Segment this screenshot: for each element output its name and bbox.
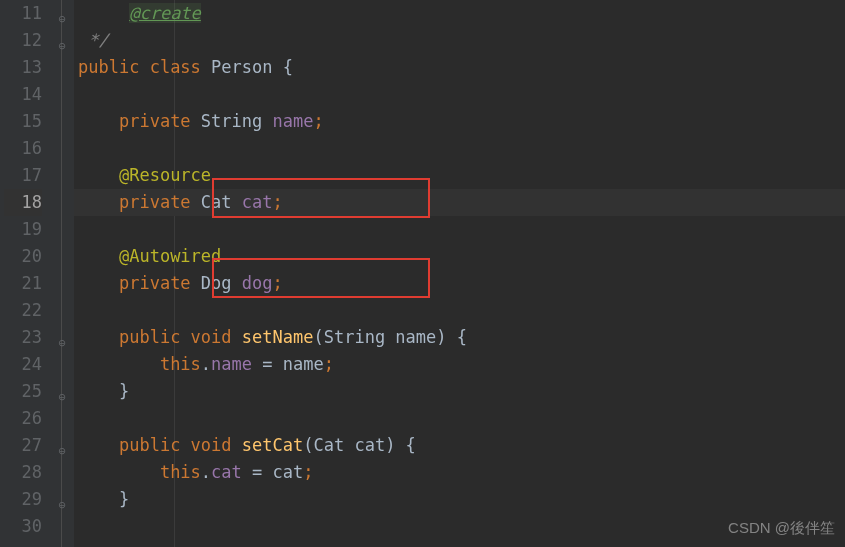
line-number: 24 [4,351,42,378]
line-number: 30 [4,513,42,540]
code-line[interactable]: this.name = name; [78,351,845,378]
code-token: ; [273,273,283,293]
code-token: ) { [385,435,416,455]
code-line[interactable]: this.cat = cat; [78,459,845,486]
fold-toggle-icon[interactable]: ⊖ [56,384,68,411]
line-number: 21 [4,270,42,297]
code-token: ; [324,354,334,374]
code-token: @Autowired [119,246,221,266]
code-token [78,435,119,455]
code-token: cat [242,192,273,212]
code-token: ; [303,462,313,482]
code-token: private [119,111,201,131]
code-line[interactable]: private Cat cat; [78,189,845,216]
code-token [78,30,88,50]
watermark: CSDN @後伴笙 [728,514,835,541]
code-token: @Resource [119,165,211,185]
code-token: ; [313,111,323,131]
code-token: Dog [201,273,242,293]
code-line[interactable]: } [78,378,845,405]
code-token: class [150,57,211,77]
code-line[interactable]: public void setCat(Cat cat) { [78,432,845,459]
fold-toggle-icon[interactable]: ⊖ [56,33,68,60]
code-token: ; [273,192,283,212]
code-line[interactable]: @create [78,0,845,27]
code-line[interactable]: private String name; [78,108,845,135]
code-token: cat [354,435,385,455]
code-line[interactable] [78,81,845,108]
code-token: ( [303,435,313,455]
code-line[interactable]: private Dog dog; [78,270,845,297]
line-number: 18 [4,189,42,216]
code-token: cat [211,462,242,482]
code-token [78,354,160,374]
code-token [78,246,119,266]
code-token: private [119,273,201,293]
code-line[interactable]: public class Person { [78,54,845,81]
code-token: this [160,462,201,482]
code-token [78,462,160,482]
code-token: private [119,192,201,212]
code-area[interactable]: @create */public class Person { private … [74,0,845,547]
line-number: 12 [4,27,42,54]
fold-toggle-icon[interactable]: ⊖ [56,492,68,519]
code-token: Person [211,57,283,77]
code-token [78,192,119,212]
code-line[interactable]: @Autowired [78,243,845,270]
code-line[interactable] [78,135,845,162]
code-token: void [191,435,242,455]
fold-toggle-icon[interactable]: ⊖ [56,6,68,33]
code-line[interactable] [78,405,845,432]
line-number: 20 [4,243,42,270]
code-token: public [78,57,150,77]
fold-gutter: ⊖⊖⊖⊖⊖⊖ [50,0,74,547]
line-number: 17 [4,162,42,189]
code-token: ) { [436,327,467,347]
code-line[interactable] [78,297,845,324]
line-number: 14 [4,81,42,108]
fold-toggle-icon[interactable]: ⊖ [56,330,68,357]
code-token [78,165,119,185]
code-token: Cat [201,192,242,212]
code-token: String [201,111,273,131]
code-token [78,111,119,131]
code-token: } [119,381,129,401]
code-token: this [160,354,201,374]
code-token: setName [242,327,314,347]
fold-toggle-icon[interactable]: ⊖ [56,438,68,465]
code-token: { [283,57,293,77]
code-token: name [395,327,436,347]
code-token: public [119,327,191,347]
code-token [78,381,119,401]
code-token: public [119,435,191,455]
code-token [78,273,119,293]
line-number: 22 [4,297,42,324]
code-line[interactable]: */ [78,27,845,54]
code-token: = cat [242,462,303,482]
code-token: setCat [242,435,303,455]
line-number: 28 [4,459,42,486]
code-token: . [201,462,211,482]
code-token: } [119,489,129,509]
line-number: 11 [4,0,42,27]
code-editor[interactable]: 1112131415161718192021222324252627282930… [0,0,845,547]
line-number: 25 [4,378,42,405]
code-token: dog [242,273,273,293]
code-token: @create [129,3,201,23]
code-token [78,3,129,23]
line-number: 29 [4,486,42,513]
code-token: ( [313,327,323,347]
code-token [78,489,119,509]
line-number: 23 [4,324,42,351]
line-number: 16 [4,135,42,162]
code-token: String [324,327,396,347]
line-number: 26 [4,405,42,432]
code-token: . [201,354,211,374]
code-line[interactable]: @Resource [78,162,845,189]
code-line[interactable]: } [78,486,845,513]
code-line[interactable]: public void setName(String name) { [78,324,845,351]
code-token: name [273,111,314,131]
line-number-gutter: 1112131415161718192021222324252627282930 [0,0,50,547]
code-token: */ [88,30,108,50]
code-line[interactable] [78,216,845,243]
